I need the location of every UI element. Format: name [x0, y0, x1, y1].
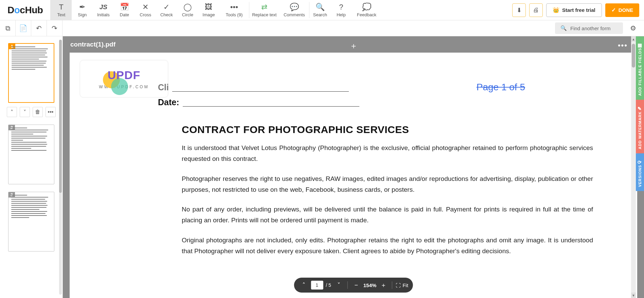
fit-label: Fit — [402, 282, 408, 288]
tool-feedback[interactable]: 💭 Feedback — [352, 0, 381, 20]
top-toolbar: DocHub T Text ✒ Sign JS Initials 📅 Date … — [0, 0, 644, 20]
settings-button[interactable]: ⚙ — [627, 22, 639, 34]
page-dropdown-button[interactable]: ˅ — [334, 280, 344, 290]
zoom-percent: 154% — [363, 282, 376, 288]
text-icon: T — [59, 3, 64, 12]
page-up-button[interactable]: ˄ — [299, 280, 309, 290]
tool-help-label: Help — [337, 12, 346, 17]
page-number-input[interactable]: 1 — [311, 281, 323, 290]
tool-tools[interactable]: ••• Tools (9) — [219, 0, 249, 20]
overflow-icon: ••• — [230, 3, 238, 12]
print-icon: 🖨 — [533, 6, 539, 14]
chevron-up-icon: ˄ — [11, 109, 13, 115]
check-icon: ✓ — [163, 3, 169, 12]
thumbnail-page-1[interactable]: 1 — [8, 43, 54, 103]
watermark-icon: ✎ — [638, 106, 642, 111]
zoom-in-button[interactable]: ＋ — [378, 280, 389, 290]
fields-icon: ▦ — [638, 42, 642, 48]
app-logo[interactable]: DocHub — [0, 0, 51, 20]
minus-icon: − — [355, 282, 358, 289]
fit-button[interactable]: ⛶ Fit — [396, 282, 408, 288]
contract-paragraph: It is understood that Velvet Lotus Photo… — [182, 143, 593, 165]
search-icon: 🔍 — [316, 3, 325, 12]
tool-image[interactable]: 🖼 Image — [198, 0, 219, 20]
undo-button[interactable]: ↶ — [31, 20, 47, 36]
thumb-move-down-button[interactable]: ˅ — [20, 107, 30, 117]
thumb-delete-button[interactable]: 🗑 — [33, 107, 43, 117]
tool-initials[interactable]: JS Initials — [93, 0, 114, 20]
find-form-search[interactable]: 🔍 Find another form — [555, 22, 623, 34]
page-total: / 5 — [326, 282, 331, 288]
tool-check[interactable]: ✓ Check — [156, 0, 177, 20]
undo-icon: ↶ — [36, 24, 42, 32]
rail-versions-label: VERSIONS — [638, 165, 642, 187]
chevron-up-icon: ˄ — [302, 281, 305, 289]
comment-icon: 💬 — [290, 3, 299, 12]
done-button[interactable]: ✓ DONE — [605, 3, 639, 17]
thumb-more-button[interactable]: ••• — [46, 107, 56, 117]
tool-image-label: Image — [202, 12, 215, 17]
redo-icon: ↷ — [52, 24, 57, 32]
scroll-down-arrow[interactable]: ▼ — [631, 293, 636, 298]
redo-button[interactable]: ↷ — [47, 20, 62, 36]
contract-paragraph: Photographer reserves the right to use n… — [182, 173, 593, 195]
rail-fillable-label: ADD FILLABLE FIELDS — [638, 48, 642, 96]
add-tab-button[interactable]: ＋ — [350, 40, 358, 51]
chevron-down-icon: ˅ — [337, 281, 340, 289]
check-icon: ✓ — [611, 7, 616, 13]
find-form-placeholder: Find another form — [570, 25, 610, 31]
page-view[interactable]: UPDF WWW.UPDF.COM Page 1 of 5 Cli Date: … — [70, 53, 637, 298]
tool-comments[interactable]: 💬 Comments — [279, 0, 309, 20]
page-indicator: Page 1 of 5 — [477, 82, 525, 93]
cross-icon: ✕ — [142, 3, 148, 12]
tool-text[interactable]: T Text — [51, 0, 72, 20]
tool-date[interactable]: 📅 Date — [114, 0, 135, 20]
thumbnail-scrollbar[interactable] — [59, 40, 62, 295]
tool-comments-label: Comments — [284, 12, 305, 17]
page-settings-icon: 📄 — [19, 24, 28, 32]
dock-separator — [347, 281, 348, 289]
rail-watermark-label: ADD WATERMARK — [638, 111, 642, 149]
contract-body: It is understood that Velvet Lotus Photo… — [182, 143, 593, 265]
gear-icon: ⚙ — [630, 24, 636, 32]
thumbnail-page-2[interactable]: 2 — [8, 125, 54, 184]
tool-sign[interactable]: ✒ Sign — [72, 0, 93, 20]
thumb-move-up-button[interactable]: ˄ — [7, 107, 17, 117]
image-icon: 🖼 — [205, 3, 212, 12]
tab-more-button[interactable]: ••• — [618, 41, 628, 50]
pages-panel-button[interactable]: ⧉ — [0, 20, 16, 36]
rail-versions[interactable]: VERSIONS ⟳ — [636, 153, 644, 191]
rail-fillable-fields[interactable]: ADD FILLABLE FIELDS ▦ — [636, 36, 644, 100]
vertical-scrollbar[interactable]: ▲ ▼ — [631, 36, 636, 298]
help-icon: ? — [339, 3, 343, 12]
scroll-up-arrow[interactable]: ▲ — [631, 36, 636, 42]
document-tabbar: contract(1).pdf ＋ ••• — [63, 36, 644, 53]
page-settings-button[interactable]: 📄 — [16, 20, 31, 36]
tool-cross[interactable]: ✕ Cross — [135, 0, 156, 20]
feedback-icon: 💭 — [362, 3, 371, 12]
print-button[interactable]: 🖨 — [529, 3, 543, 17]
thumbnail-page-3[interactable]: 3 — [8, 192, 54, 252]
side-rails: ADD FILLABLE FIELDS ▦ ADD WATERMARK ✎ VE… — [636, 36, 644, 298]
client-field-row: Cli — [158, 82, 349, 92]
download-button[interactable]: ⬇ — [512, 3, 526, 17]
main-layout: 1 ˄ ˅ 🗑 ••• 2 3 contract(1).pdf ＋ ••• UP… — [0, 36, 644, 298]
tool-replace-text[interactable]: ⇄ Replace text — [249, 0, 279, 20]
rail-watermark[interactable]: ADD WATERMARK ✎ — [636, 100, 644, 153]
date-field-row: Date: — [158, 97, 359, 107]
tool-circle-label: Circle — [182, 12, 193, 17]
contract-paragraph: Original photographs are not included, o… — [182, 235, 593, 257]
tool-search[interactable]: 🔍 Search — [309, 0, 330, 20]
scroll-handle[interactable] — [632, 44, 635, 68]
date-underline — [183, 99, 359, 107]
watermark-text: UPDF — [108, 69, 141, 81]
zoom-out-button[interactable]: − — [351, 280, 361, 290]
circle-icon: ◯ — [183, 3, 192, 12]
tool-help[interactable]: ? Help — [330, 0, 352, 20]
tool-search-label: Search — [313, 12, 327, 17]
tool-feedback-label: Feedback — [357, 12, 376, 17]
start-trial-button[interactable]: 👑 Start free trial — [546, 3, 602, 17]
crown-icon: 👑 — [553, 7, 559, 13]
date-label: Date: — [158, 97, 179, 107]
tool-circle[interactable]: ◯ Circle — [177, 0, 198, 20]
